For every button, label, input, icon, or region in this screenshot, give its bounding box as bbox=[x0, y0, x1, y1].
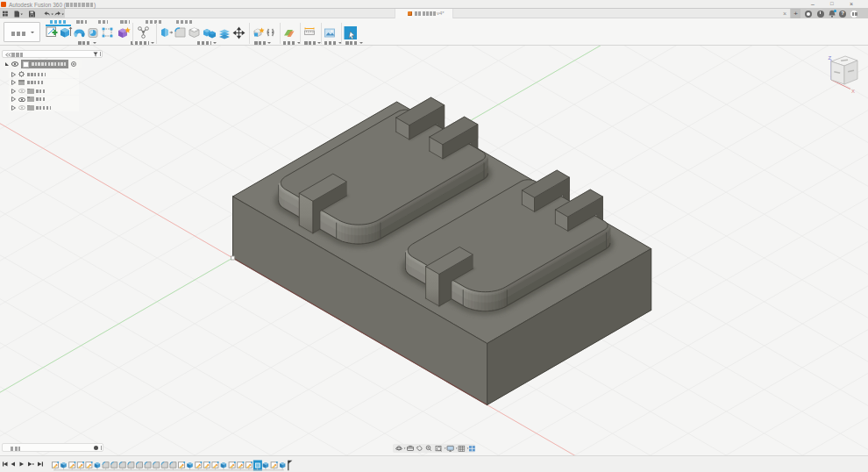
svg-text:X: X bbox=[851, 89, 855, 94]
svg-text:Z: Z bbox=[829, 55, 832, 61]
